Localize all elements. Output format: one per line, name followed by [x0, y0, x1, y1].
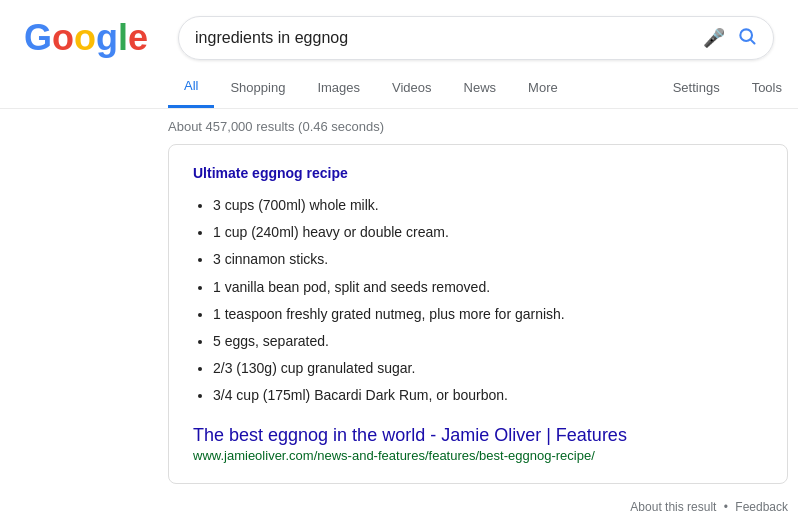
feedback-link[interactable]: Feedback	[735, 500, 788, 514]
search-icons: 🎤	[703, 26, 757, 51]
result-url: www.jamieoliver.com/news-and-features/fe…	[193, 448, 763, 463]
search-bar: 🎤	[178, 16, 774, 60]
tab-shopping[interactable]: Shopping	[214, 68, 301, 107]
tab-tools[interactable]: Tools	[736, 68, 798, 107]
separator: •	[724, 500, 728, 514]
result-card-title: Ultimate eggnog recipe	[193, 165, 763, 181]
about-result-link[interactable]: About this result	[630, 500, 716, 514]
list-item: 3 cinnamon sticks.	[213, 247, 763, 272]
list-item: 1 vanilla bean pod, split and seeds remo…	[213, 275, 763, 300]
google-logo[interactable]: Google	[24, 17, 148, 59]
logo-letter-g: G	[24, 17, 52, 59]
nav-tabs: All Shopping Images Videos News More Set…	[0, 66, 798, 109]
tab-more[interactable]: More	[512, 68, 574, 107]
logo-letter-l: l	[118, 17, 128, 59]
tab-news[interactable]: News	[448, 68, 513, 107]
result-link-title[interactable]: The best eggnog in the world - Jamie Oli…	[193, 425, 763, 446]
tab-images[interactable]: Images	[301, 68, 376, 107]
microphone-icon[interactable]: 🎤	[703, 27, 725, 49]
list-item: 5 eggs, separated.	[213, 329, 763, 354]
about-result: About this result • Feedback	[168, 500, 788, 514]
ingredient-list: 3 cups (700ml) whole milk. 1 cup (240ml)…	[193, 193, 763, 409]
search-input[interactable]	[195, 29, 703, 47]
list-item: 2/3 (130g) cup granulated sugar.	[213, 356, 763, 381]
results-count: About 457,000 results (0.46 seconds)	[0, 109, 798, 144]
main-content: Ultimate eggnog recipe 3 cups (700ml) wh…	[0, 144, 798, 514]
tab-all[interactable]: All	[168, 66, 214, 108]
list-item: 3/4 cup (175ml) Bacardi Dark Rum, or bou…	[213, 383, 763, 408]
result-card: Ultimate eggnog recipe 3 cups (700ml) wh…	[168, 144, 788, 484]
list-item: 1 teaspoon freshly grated nutmeg, plus m…	[213, 302, 763, 327]
tab-settings[interactable]: Settings	[657, 68, 736, 107]
tab-videos[interactable]: Videos	[376, 68, 448, 107]
logo-letter-e: e	[128, 17, 148, 59]
logo-letter-o1: o	[52, 17, 74, 59]
logo-letter-o2: o	[74, 17, 96, 59]
header: Google 🎤	[0, 0, 798, 60]
svg-line-1	[751, 39, 755, 43]
logo-letter-g2: g	[96, 17, 118, 59]
search-button[interactable]	[737, 26, 757, 51]
list-item: 3 cups (700ml) whole milk.	[213, 193, 763, 218]
list-item: 1 cup (240ml) heavy or double cream.	[213, 220, 763, 245]
